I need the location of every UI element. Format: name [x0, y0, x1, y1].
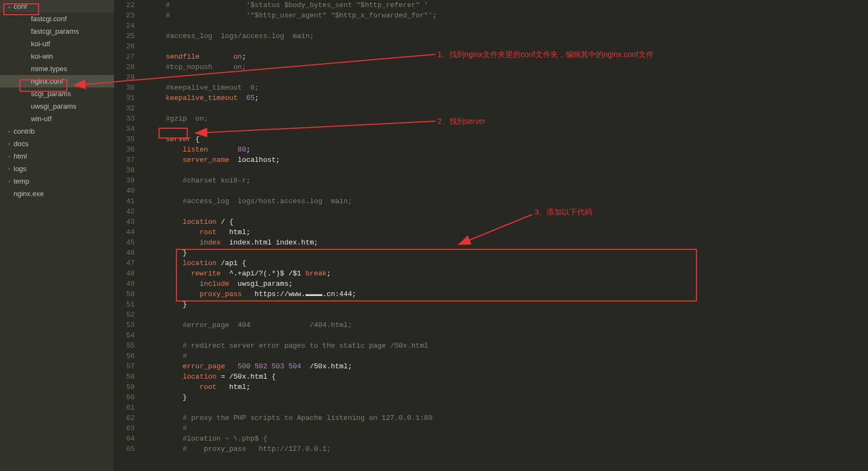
line-number: 65 [114, 444, 135, 454]
code-line[interactable]: } [143, 392, 868, 403]
token: server_name [182, 156, 229, 164]
code-line[interactable]: # proxy the PHP scripts to Apache listen… [143, 413, 868, 423]
token: #keepalive_timeout 0; [166, 84, 259, 92]
code-line[interactable]: #location ~ \.php$ { [143, 434, 868, 444]
tree-item-logs[interactable]: ›logs [0, 162, 114, 175]
line-number: 61 [114, 403, 135, 413]
code-line[interactable]: index index.html index.htm; [143, 237, 868, 248]
tree-item-mime-types[interactable]: mime.types [0, 62, 114, 75]
token: ▬▬▬▬ [306, 290, 322, 298]
code-line[interactable]: include uwsgi_params; [143, 279, 868, 289]
tree-item-label: win-utf [31, 115, 52, 123]
code-line[interactable] [143, 165, 868, 175]
token: sendfile [166, 53, 199, 61]
code-line[interactable]: rewrite ^.+api/?(.*)$ /$1 break; [143, 268, 868, 279]
code-line[interactable]: root html; [143, 227, 868, 237]
token: index [200, 238, 221, 247]
code-line[interactable]: sendfile on; [143, 52, 868, 62]
code-line[interactable]: #tcp_nopush on; [143, 62, 868, 72]
tree-item-conf[interactable]: ⌄conf [0, 0, 114, 12]
code-line[interactable]: error_page 500 502 503 504 /50x.html; [143, 361, 868, 372]
code-line[interactable]: root html; [143, 382, 868, 392]
line-number: 36 [114, 145, 135, 155]
tree-item-html[interactable]: ›html [0, 150, 114, 162]
code-editor[interactable]: 2223242526272829303132333435363738394041… [114, 0, 868, 471]
file-tree[interactable]: ⌄conffastcgi.conffastcgi_paramskoi-utfko… [0, 0, 114, 471]
line-number: 35 [114, 134, 135, 145]
tree-item-koi-win[interactable]: koi-win [0, 50, 114, 62]
tree-item-nginx-exe[interactable]: nginx.exe [0, 187, 114, 200]
code-line[interactable] [143, 124, 868, 134]
token: # proxy the PHP scripts to Apache listen… [182, 414, 432, 422]
line-number: 38 [114, 165, 135, 175]
line-number: 60 [114, 392, 135, 403]
tree-item-label: temp [14, 177, 29, 185]
tree-item-label: docs [14, 140, 28, 148]
code-line[interactable]: # [143, 423, 868, 434]
token: ; [246, 146, 250, 154]
chevron-right-icon: › [7, 141, 12, 147]
token: ^.+api/?(.*)$ /$1 [221, 269, 306, 278]
code-line[interactable] [143, 310, 868, 320]
tree-item-win-utf[interactable]: win-utf [0, 112, 114, 125]
code-line[interactable]: #access_log logs/access.log main; [143, 31, 868, 41]
token: # [182, 352, 187, 360]
code-line[interactable]: server { [143, 134, 868, 145]
tree-item-label: fastcgi.conf [31, 15, 67, 23]
code-line[interactable]: # [143, 351, 868, 361]
token: /50x.html; [301, 362, 352, 370]
code-line[interactable]: #error_page 404 /404.html; [143, 320, 868, 330]
tree-item-docs[interactable]: ›docs [0, 137, 114, 150]
code-line[interactable]: # '"$http_user_agent" "$http_x_forwarded… [143, 10, 868, 21]
code-line[interactable]: } [143, 299, 868, 310]
code-line[interactable] [143, 403, 868, 413]
token: server [166, 135, 191, 143]
code-line[interactable]: # proxy_pass http://127.0.0.1; [143, 444, 868, 454]
code-line[interactable]: #access_log logs/host.access.log main; [143, 196, 868, 206]
line-number: 64 [114, 434, 135, 444]
tree-item-temp[interactable]: ›temp [0, 175, 114, 187]
token [208, 146, 238, 154]
line-number: 57 [114, 361, 135, 372]
code-line[interactable] [143, 186, 868, 196]
code-line[interactable]: } [143, 248, 868, 258]
tree-item-label: koi-utf [31, 40, 50, 48]
code-line[interactable] [143, 72, 868, 83]
code-line[interactable]: proxy_pass https://www.▬▬▬▬.cn:444; [143, 289, 868, 299]
tree-item-fastcgi-conf[interactable]: fastcgi.conf [0, 12, 114, 25]
code-line[interactable]: keepalive_timeout 65; [143, 93, 868, 103]
token: #access_log logs/access.log main; [166, 32, 314, 40]
code-line[interactable] [143, 206, 868, 217]
code-line[interactable]: location = /50x.html { [143, 372, 868, 382]
code-line[interactable]: server_name localhost; [143, 155, 868, 165]
code-line[interactable] [143, 41, 868, 52]
token: # '"$http_user_agent" "$http_x_forwarded… [166, 11, 436, 20]
line-number: 41 [114, 196, 135, 206]
tree-item-contrib[interactable]: ›contrib [0, 125, 114, 137]
code-line[interactable]: # redirect server error pages to the sta… [143, 341, 868, 351]
code-line[interactable]: # '$status $body_bytes_sent "$http_refer… [143, 0, 868, 10]
code-line[interactable] [143, 330, 868, 341]
code-line[interactable] [143, 103, 868, 114]
token: index.html index.htm; [221, 238, 318, 247]
code-line[interactable]: location /api { [143, 258, 868, 268]
line-number: 59 [114, 382, 135, 392]
code-line[interactable]: location / { [143, 217, 868, 227]
tree-item-fastcgi_params[interactable]: fastcgi_params [0, 25, 114, 37]
line-number: 33 [114, 114, 135, 124]
code-area[interactable]: # '$status $body_bytes_sent "$http_refer… [143, 0, 868, 471]
code-line[interactable] [143, 21, 868, 31]
tree-item-koi-utf[interactable]: koi-utf [0, 37, 114, 50]
code-line[interactable]: #gzip on; [143, 114, 868, 124]
line-number: 23 [114, 10, 135, 21]
token: 500 [238, 362, 250, 370]
tree-item-label: uwsgi_params [31, 102, 77, 110]
tree-item-label: scgi_params [31, 90, 71, 98]
tree-item-nginx-conf[interactable]: nginx.conf [0, 75, 114, 87]
tree-item-label: nginx.conf [31, 77, 63, 85]
code-line[interactable]: listen 80; [143, 145, 868, 155]
code-line[interactable]: #keepalive_timeout 0; [143, 83, 868, 93]
tree-item-scgi_params[interactable]: scgi_params [0, 87, 114, 100]
tree-item-uwsgi_params[interactable]: uwsgi_params [0, 100, 114, 112]
code-line[interactable]: #charset koi8-r; [143, 175, 868, 186]
